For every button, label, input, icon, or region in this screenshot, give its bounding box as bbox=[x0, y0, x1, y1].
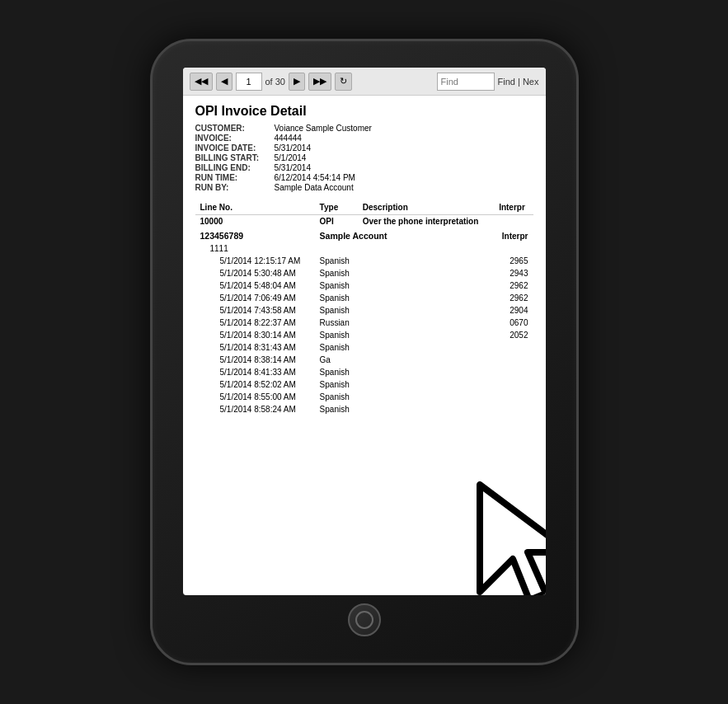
cell-language: Ga bbox=[315, 354, 358, 366]
cell-interp-header-col: Interpr bbox=[494, 228, 533, 242]
tablet-screen: ◀◀ ◀ of 30 ▶ ▶▶ ↻ Find | Nex OPI Invoice… bbox=[183, 68, 546, 595]
meta-value-billing-end: 5/31/2014 bbox=[275, 163, 312, 172]
meta-label-invoice: INVOICE: bbox=[195, 134, 270, 143]
cell-interp-val: 2962 bbox=[494, 279, 533, 292]
col-header-interp: Interpr bbox=[494, 200, 533, 215]
first-page-button[interactable]: ◀◀ bbox=[190, 73, 213, 91]
cell-date: 5/1/2014 12:15:17 AM bbox=[195, 255, 315, 267]
cell-interp-val: 2962 bbox=[494, 292, 533, 304]
cell-language: Spanish bbox=[315, 292, 358, 304]
cell-interp-val: 2965 bbox=[494, 255, 533, 267]
cell-interp-val bbox=[494, 366, 533, 378]
cell-account-name: Sample Account bbox=[315, 228, 495, 242]
cell-interp-val: 2943 bbox=[494, 267, 533, 279]
cell-date: 5/1/2014 5:48:04 AM bbox=[195, 279, 315, 292]
account-section-row: 123456789 Sample Account Interpr bbox=[195, 228, 533, 242]
table-row: 5/1/2014 8:38:14 AM Ga bbox=[195, 354, 533, 366]
table-row: 5/1/2014 5:48:04 AM Spanish 2962 bbox=[195, 279, 533, 292]
svg-marker-0 bbox=[480, 485, 546, 595]
table-row: 5/1/2014 8:22:37 AM Russian 0670 bbox=[195, 317, 533, 329]
meta-value-customer: Voiance Sample Customer bbox=[275, 124, 372, 133]
table-row: 5/1/2014 8:55:00 AM Spanish bbox=[195, 391, 533, 403]
cell-lineno: 10000 bbox=[195, 215, 315, 228]
cell-type: OPI bbox=[315, 215, 358, 228]
table-row: 5/1/2014 12:15:17 AM Spanish 2965 bbox=[195, 255, 533, 267]
table-row: 5/1/2014 8:41:33 AM Spanish bbox=[195, 366, 533, 378]
cell-language: Spanish bbox=[315, 255, 358, 267]
cell-language: Spanish bbox=[315, 304, 358, 317]
find-input[interactable] bbox=[437, 73, 495, 91]
meta-label-run-by: RUN BY: bbox=[195, 183, 270, 192]
page-of-label: of 30 bbox=[265, 77, 285, 87]
tablet-device: ◀◀ ◀ of 30 ▶ ▶▶ ↻ Find | Nex OPI Invoice… bbox=[150, 39, 579, 665]
cell-interp-val bbox=[494, 403, 533, 415]
table-row: 5/1/2014 8:52:02 AM Spanish bbox=[195, 378, 533, 391]
cell-interp-val bbox=[494, 354, 533, 366]
meta-value-invoice: 444444 bbox=[275, 134, 302, 143]
cell-date: 5/1/2014 5:30:48 AM bbox=[195, 267, 315, 279]
cell-language: Spanish bbox=[315, 279, 358, 292]
meta-invoice-date: INVOICE DATE: 5/31/2014 bbox=[195, 143, 533, 153]
meta-run-time: RUN TIME: 6/12/2014 4:54:14 PM bbox=[195, 173, 533, 182]
cell-interp-val: 0670 bbox=[494, 317, 533, 329]
cell-interp-val bbox=[494, 391, 533, 403]
cursor-overlay bbox=[463, 476, 546, 595]
prev-page-button[interactable]: ◀ bbox=[216, 73, 232, 91]
cell-language: Spanish bbox=[315, 366, 358, 378]
cell-language: Spanish bbox=[315, 378, 358, 391]
report-title: OPI Invoice Detail bbox=[195, 104, 533, 119]
meta-label-billing-start: BILLING START: bbox=[195, 153, 270, 162]
cell-date: 5/1/2014 8:31:43 AM bbox=[195, 341, 315, 354]
refresh-button[interactable]: ↻ bbox=[335, 73, 352, 91]
page-number-input[interactable] bbox=[236, 73, 262, 91]
meta-run-by: RUN BY: Sample Data Account bbox=[195, 183, 533, 192]
meta-invoice: INVOICE: 444444 bbox=[195, 134, 533, 143]
report-content: OPI Invoice Detail CUSTOMER: Voiance Sam… bbox=[183, 96, 546, 424]
col-header-type: Type bbox=[315, 200, 358, 215]
cell-language: Russian bbox=[315, 317, 358, 329]
cell-description: Over the phone interpretation bbox=[358, 215, 494, 228]
meta-label-run-time: RUN TIME: bbox=[195, 173, 270, 182]
meta-value-billing-start: 5/1/2014 bbox=[275, 153, 307, 162]
table-row: 10000 OPI Over the phone interpretation bbox=[195, 215, 533, 228]
cell-account-number: 123456789 bbox=[195, 228, 315, 242]
next-page-button[interactable]: ▶ bbox=[289, 73, 305, 91]
cell-date: 5/1/2014 8:22:37 AM bbox=[195, 317, 315, 329]
cell-date: 5/1/2014 8:52:02 AM bbox=[195, 378, 315, 391]
find-next-label: Find | Nex bbox=[498, 77, 539, 87]
cell-language: Spanish bbox=[315, 403, 358, 415]
cell-date: 5/1/2014 8:38:14 AM bbox=[195, 354, 315, 366]
cell-interp-val: 2904 bbox=[494, 304, 533, 317]
meta-billing-end: BILLING END: 5/31/2014 bbox=[195, 163, 533, 172]
cursor-icon bbox=[463, 476, 546, 595]
meta-label-customer: CUSTOMER: bbox=[195, 124, 270, 133]
meta-label-invoice-date: INVOICE DATE: bbox=[195, 143, 270, 153]
meta-table: CUSTOMER: Voiance Sample Customer INVOIC… bbox=[195, 124, 533, 192]
cell-date: 5/1/2014 7:06:49 AM bbox=[195, 292, 315, 304]
cell-language: Spanish bbox=[315, 391, 358, 403]
cell-language: Spanish bbox=[315, 267, 358, 279]
invoice-table: Line No. Type Description Interpr 10000 … bbox=[195, 200, 533, 415]
cell-language: Spanish bbox=[315, 329, 358, 341]
cell-interp bbox=[494, 215, 533, 228]
table-row: 5/1/2014 8:31:43 AM Spanish bbox=[195, 341, 533, 354]
cell-date: 5/1/2014 8:41:33 AM bbox=[195, 366, 315, 378]
cell-interp-val: 2052 bbox=[494, 329, 533, 341]
meta-label-billing-end: BILLING END: bbox=[195, 163, 270, 172]
meta-customer: CUSTOMER: Voiance Sample Customer bbox=[195, 124, 533, 133]
cell-sub-number: 1111 bbox=[195, 242, 315, 255]
meta-value-run-by: Sample Data Account bbox=[275, 183, 354, 192]
cell-date: 5/1/2014 8:30:14 AM bbox=[195, 329, 315, 341]
last-page-button[interactable]: ▶▶ bbox=[308, 73, 331, 91]
cell-interp-val bbox=[494, 378, 533, 391]
report-toolbar: ◀◀ ◀ of 30 ▶ ▶▶ ↻ Find | Nex bbox=[183, 68, 546, 96]
cell-interp-val bbox=[494, 341, 533, 354]
table-header-row: Line No. Type Description Interpr bbox=[195, 200, 533, 215]
home-button[interactable] bbox=[348, 603, 381, 636]
cell-date: 5/1/2014 8:58:24 AM bbox=[195, 403, 315, 415]
cell-date: 5/1/2014 8:55:00 AM bbox=[195, 391, 315, 403]
table-row: 5/1/2014 7:06:49 AM Spanish 2962 bbox=[195, 292, 533, 304]
meta-billing-start: BILLING START: 5/1/2014 bbox=[195, 153, 533, 162]
col-header-lineno: Line No. bbox=[195, 200, 315, 215]
meta-value-run-time: 6/12/2014 4:54:14 PM bbox=[275, 173, 355, 182]
